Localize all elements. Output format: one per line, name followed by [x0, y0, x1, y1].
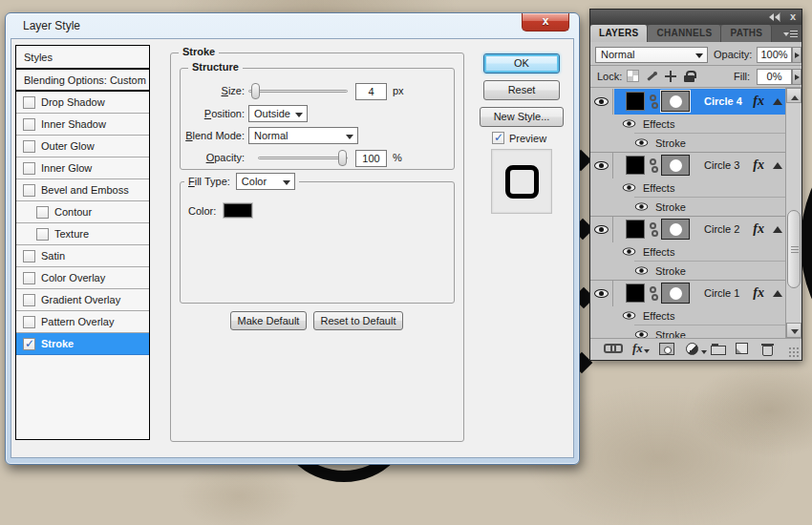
new-layer-icon[interactable] [736, 343, 748, 354]
layer-name[interactable]: Circle 1 [704, 287, 739, 299]
style-item-inner-shadow[interactable]: Inner Shadow [16, 114, 149, 136]
lock-transparency-icon[interactable] [627, 70, 639, 82]
eye-icon[interactable] [623, 247, 636, 255]
collapse-effects-icon[interactable] [773, 226, 782, 233]
layer-name[interactable]: Circle 3 [704, 159, 739, 171]
style-item-inner-glow[interactable]: Inner Glow [16, 158, 149, 179]
layer-thumbnail[interactable] [626, 220, 645, 239]
layer-blend-mode-dropdown[interactable]: Normal [595, 47, 708, 63]
layer-name[interactable]: Circle 2 [704, 223, 739, 235]
tab-paths[interactable]: PATHS [721, 25, 772, 42]
position-dropdown[interactable]: Outside [248, 105, 308, 122]
fx-badge-icon[interactable]: fx [753, 94, 764, 109]
eye-icon[interactable] [635, 138, 649, 146]
collapse-effects-icon[interactable] [773, 290, 782, 297]
checkbox[interactable] [23, 294, 35, 306]
checkbox[interactable] [23, 338, 35, 350]
checkbox[interactable] [23, 316, 35, 328]
new-group-icon[interactable] [711, 346, 726, 355]
checkbox[interactable] [23, 250, 35, 262]
layer-fill-value[interactable]: 0% [757, 69, 792, 85]
style-item-outer-glow[interactable]: Outer Glow [16, 136, 149, 158]
eye-icon[interactable] [594, 289, 609, 298]
eye-icon[interactable] [623, 119, 636, 127]
style-item-bevel-and-emboss[interactable]: Bevel and Emboss [16, 179, 149, 201]
style-item-texture[interactable]: Texture [16, 223, 149, 245]
opacity-slider-track[interactable] [258, 157, 348, 159]
fill-flyout-arrow[interactable] [792, 69, 801, 85]
adjustment-layer-icon[interactable] [686, 343, 698, 355]
fx-badge-icon[interactable]: fx [753, 221, 764, 237]
color-swatch[interactable] [224, 203, 252, 218]
checkbox[interactable] [36, 228, 49, 241]
collapse-effects-icon[interactable] [773, 162, 782, 169]
layer-mask-thumbnail[interactable] [661, 155, 690, 176]
ok-button[interactable]: OK [483, 53, 560, 74]
eye-icon[interactable] [594, 97, 609, 106]
make-default-button[interactable]: Make Default [230, 311, 307, 330]
eye-icon[interactable] [635, 202, 649, 210]
checkbox[interactable] [23, 118, 35, 131]
eye-icon[interactable] [635, 266, 649, 274]
checkbox[interactable] [36, 206, 49, 219]
layer-row-circle-1[interactable]: Circle 1 fx [590, 281, 801, 306]
style-item-gradient-overlay[interactable]: Gradient Overlay [16, 289, 149, 311]
layer-mask-thumbnail[interactable] [661, 91, 690, 112]
layer-mask-thumbnail[interactable] [661, 219, 690, 240]
style-item-contour[interactable]: Contour [16, 201, 149, 223]
add-layer-style-icon[interactable]: fx [632, 341, 650, 356]
fill-type-dropdown[interactable]: Color [236, 173, 295, 190]
collapse-effects-icon[interactable] [773, 98, 782, 105]
opacity-slider-thumb[interactable] [338, 150, 347, 166]
delete-layer-icon[interactable] [762, 346, 773, 356]
fx-badge-icon[interactable]: fx [753, 158, 764, 173]
style-item-color-overlay[interactable]: Color Overlay [16, 267, 149, 289]
opacity-flyout-arrow[interactable] [792, 47, 801, 63]
lock-pixels-icon[interactable] [645, 70, 658, 83]
layer-name[interactable]: Circle 4 [704, 95, 742, 107]
style-item-pattern-overlay[interactable]: Pattern Overlay [16, 311, 149, 333]
new-style-button[interactable]: New Style... [480, 107, 564, 127]
blend-mode-dropdown[interactable]: Normal [248, 127, 358, 144]
blending-options-item[interactable]: Blending Options: Custom [16, 70, 149, 92]
mask-link-icon[interactable] [650, 222, 656, 229]
eye-icon[interactable] [623, 311, 636, 319]
link-layers-icon[interactable] [604, 343, 619, 350]
panel-menu-icon[interactable] [783, 29, 799, 40]
scrollbar-thumb[interactable] [787, 210, 801, 288]
lock-position-icon[interactable] [664, 70, 677, 83]
size-input[interactable]: 4 [355, 83, 387, 100]
visibility-cell[interactable] [590, 217, 613, 242]
layer-thumbnail[interactable] [626, 284, 645, 303]
mask-link-icon[interactable] [650, 158, 656, 165]
layer-opacity-value[interactable]: 100% [757, 47, 792, 63]
style-item-stroke[interactable]: Stroke [16, 333, 149, 355]
size-slider-track[interactable] [248, 90, 348, 93]
visibility-cell[interactable] [590, 153, 613, 178]
layer-thumbnail[interactable] [626, 156, 645, 175]
scroll-up-button[interactable] [786, 88, 801, 103]
preview-checkbox[interactable] [492, 132, 504, 144]
visibility-cell[interactable] [590, 89, 613, 115]
mask-link-icon[interactable] [650, 286, 656, 293]
effects-row[interactable]: Effects [590, 242, 785, 261]
checkbox[interactable] [23, 162, 35, 175]
layer-row-circle-4[interactable]: Circle 4 fx [590, 89, 801, 115]
tab-channels[interactable]: CHANNELS [648, 25, 721, 42]
layers-scrollbar[interactable] [785, 88, 801, 338]
opacity-input[interactable]: 100 [355, 150, 387, 167]
stroke-effect-row[interactable]: Stroke [590, 198, 785, 216]
scroll-down-button[interactable] [786, 323, 801, 338]
collapse-panel-icon[interactable] [765, 13, 777, 21]
style-item-satin[interactable]: Satin [16, 245, 149, 267]
reset-button[interactable]: Reset [483, 80, 560, 100]
size-slider-thumb[interactable] [251, 83, 260, 99]
layer-row-circle-3[interactable]: Circle 3 fx [590, 153, 801, 178]
effects-row[interactable]: Effects [590, 178, 785, 197]
checkbox[interactable] [23, 184, 35, 197]
panel-resize-grip[interactable] [788, 346, 800, 358]
mask-link-icon[interactable] [650, 94, 656, 101]
stroke-effect-row[interactable]: Stroke [590, 134, 785, 152]
checkbox[interactable] [23, 272, 35, 284]
effects-row[interactable]: Effects [590, 115, 785, 133]
